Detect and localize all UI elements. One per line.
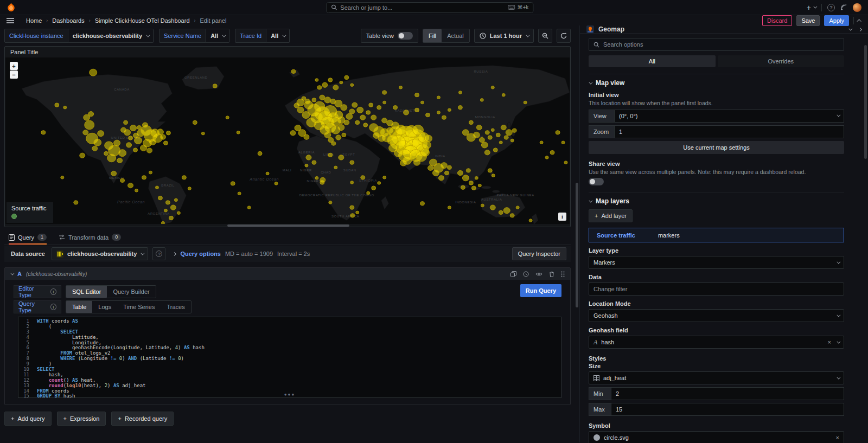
query-builder-option[interactable]: Query Builder bbox=[107, 286, 155, 298]
tab-query[interactable]: Query 1 bbox=[9, 230, 47, 244]
breadcrumb-separator: › bbox=[46, 18, 48, 23]
add-query-button[interactable]: +Add query bbox=[4, 412, 52, 426]
eye-icon[interactable] bbox=[535, 272, 542, 277]
layer-type-select[interactable]: Markers bbox=[589, 256, 844, 269]
max-input[interactable]: 15 bbox=[611, 403, 844, 416]
sql-editor-option[interactable]: SQL Editor bbox=[66, 286, 107, 298]
tab-transform-data[interactable]: Transform data 0 bbox=[59, 230, 121, 244]
run-query-button[interactable]: Run Query bbox=[520, 284, 561, 297]
help-circle-icon[interactable]: i bbox=[50, 288, 56, 295]
recorded-query-button[interactable]: +Recorded query bbox=[111, 412, 174, 426]
clear-icon[interactable]: × bbox=[828, 339, 831, 345]
expression-button[interactable]: +Expression bbox=[57, 412, 106, 426]
breadcrumb-dashboard-name[interactable]: Simple ClickHouse OTel Dashboard bbox=[95, 17, 190, 24]
code-line[interactable]: 3 SELECT bbox=[18, 330, 561, 335]
save-button[interactable]: Save bbox=[796, 15, 820, 26]
sidebar-scrollbar[interactable] bbox=[864, 45, 867, 159]
panel-header[interactable]: Panel Title bbox=[5, 47, 570, 57]
clear-icon[interactable]: × bbox=[836, 434, 839, 441]
map-attribution-button[interactable]: i bbox=[558, 213, 566, 221]
breadcrumb-dashboards[interactable]: Dashboards bbox=[52, 17, 84, 24]
symbol-select[interactable]: circle.svg × bbox=[589, 431, 844, 443]
code-line[interactable]: 2 ( bbox=[18, 324, 561, 330]
code-line[interactable]: 8 WHERE (Longitude != 0) AND (Latitude !… bbox=[18, 356, 561, 362]
editor-resize-handle[interactable]: ●●● bbox=[284, 392, 296, 397]
share-view-switch[interactable] bbox=[589, 178, 604, 185]
map-zoom-in-button[interactable]: + bbox=[10, 62, 18, 70]
collapse-header-icon[interactable] bbox=[857, 19, 861, 23]
query-inspector-button[interactable]: Query Inspector bbox=[512, 247, 566, 260]
apply-button[interactable]: Apply bbox=[824, 15, 849, 26]
avatar[interactable] bbox=[853, 3, 861, 12]
plus-icon: + bbox=[118, 415, 121, 422]
history-icon[interactable] bbox=[523, 271, 529, 277]
help-icon[interactable]: ? bbox=[827, 4, 835, 11]
tab-overrides[interactable]: Overrides bbox=[718, 55, 845, 67]
trash-icon[interactable] bbox=[549, 271, 554, 277]
sql-code-editor[interactable]: 1WITH coords AS2 (3 SELECT4 Latitude,5 L… bbox=[18, 317, 561, 398]
breadcrumb-home[interactable]: Home bbox=[26, 17, 42, 24]
datasource-row: Data source clickhouse-observability ? Q… bbox=[4, 246, 571, 262]
code-line[interactable]: 10SELECT bbox=[18, 367, 561, 373]
section-map-view[interactable]: Map view bbox=[589, 74, 844, 87]
query-type-traces[interactable]: Traces bbox=[161, 301, 190, 313]
query-type-table[interactable]: Table bbox=[66, 301, 92, 313]
options-search-input[interactable]: Search options bbox=[589, 38, 844, 51]
tab-all[interactable]: All bbox=[589, 55, 716, 67]
query-ref-id: A bbox=[17, 271, 22, 277]
add-layer-button[interactable]: +Add layer bbox=[589, 209, 633, 222]
query-options-link[interactable]: Query options bbox=[180, 251, 221, 257]
actual-option[interactable]: Actual bbox=[442, 29, 469, 42]
geomap-canvas[interactable]: RUSSIACANADAUNITED STATESMEXICOBRAZILARG… bbox=[5, 57, 570, 224]
code-line[interactable]: 1WITH coords AS bbox=[18, 319, 561, 324]
fill-option[interactable]: Fill bbox=[423, 29, 442, 42]
map-horizontal-scrollbar[interactable] bbox=[227, 224, 349, 227]
use-current-map-settings-button[interactable]: Use current map settings bbox=[589, 141, 844, 154]
refresh-button[interactable] bbox=[557, 29, 571, 43]
query-type-timeseries[interactable]: Time Series bbox=[117, 301, 161, 313]
data-filter-select[interactable]: Change filter bbox=[589, 283, 844, 296]
code-line[interactable]: 13 round(log10(heat), 2) AS adj_heat bbox=[18, 383, 561, 389]
time-range-picker[interactable]: Last 1 hour bbox=[474, 29, 534, 43]
collapse-sidebar-icon[interactable] bbox=[858, 27, 862, 31]
location-mode-select[interactable]: Geohash bbox=[589, 309, 844, 322]
variable-trace-id[interactable]: Trace Id All bbox=[235, 29, 290, 43]
geohash-field-select[interactable]: A hash × bbox=[589, 336, 844, 349]
code-line[interactable]: 11 hash, bbox=[18, 373, 561, 378]
code-line[interactable]: 9 ) bbox=[18, 362, 561, 367]
global-search-input[interactable]: Search or jump to... ⌘+k bbox=[326, 2, 533, 13]
drag-handle-icon[interactable] bbox=[561, 271, 565, 277]
help-circle-icon[interactable]: i bbox=[50, 304, 56, 310]
datasource-help-button[interactable]: ? bbox=[152, 247, 165, 260]
section-map-layers[interactable]: Map layers bbox=[589, 192, 844, 205]
location-mode-label: Location Mode bbox=[589, 300, 844, 307]
query-row-header[interactable]: A (clickhouse-observability) bbox=[5, 268, 570, 280]
datasource-picker[interactable]: clickhouse-observability bbox=[52, 247, 148, 260]
layer-row[interactable]: Source traffic markers bbox=[589, 228, 844, 242]
variable-clickhouse-instance[interactable]: ClickHouse instance clickhouse-observabi… bbox=[4, 29, 154, 43]
min-input[interactable]: 2 bbox=[611, 387, 844, 400]
panel-type-dropdown-icon[interactable] bbox=[848, 27, 852, 30]
discard-button[interactable]: Discard bbox=[762, 15, 792, 26]
duplicate-icon[interactable] bbox=[510, 271, 516, 277]
news-icon[interactable] bbox=[840, 4, 847, 11]
table-view-switch[interactable] bbox=[398, 32, 413, 40]
map-zoom-out-button[interactable]: − bbox=[10, 70, 18, 79]
zoom-out-time-button[interactable] bbox=[538, 29, 552, 43]
grafana-logo[interactable] bbox=[7, 3, 16, 12]
view-select[interactable]: (0°, 0°) bbox=[615, 110, 844, 123]
layer-name[interactable]: Source traffic bbox=[597, 232, 635, 239]
zoom-input[interactable]: 1 bbox=[615, 125, 844, 138]
query-type-logs[interactable]: Logs bbox=[92, 301, 117, 313]
collapse-query-icon[interactable] bbox=[10, 271, 14, 275]
menu-icon[interactable] bbox=[7, 18, 14, 23]
keyboard-icon bbox=[508, 5, 515, 10]
query-options-chevron[interactable] bbox=[173, 252, 176, 255]
data-label: Data bbox=[589, 274, 844, 280]
variable-service-name[interactable]: Service Name All bbox=[159, 29, 229, 43]
size-field-select[interactable]: adj_heat bbox=[589, 371, 844, 384]
search-placeholder: Search or jump to... bbox=[340, 4, 392, 11]
new-menu-button[interactable]: + bbox=[807, 3, 816, 12]
table-view-toggle[interactable]: Table view bbox=[361, 29, 418, 43]
vertical-scrollbar[interactable] bbox=[575, 25, 579, 442]
